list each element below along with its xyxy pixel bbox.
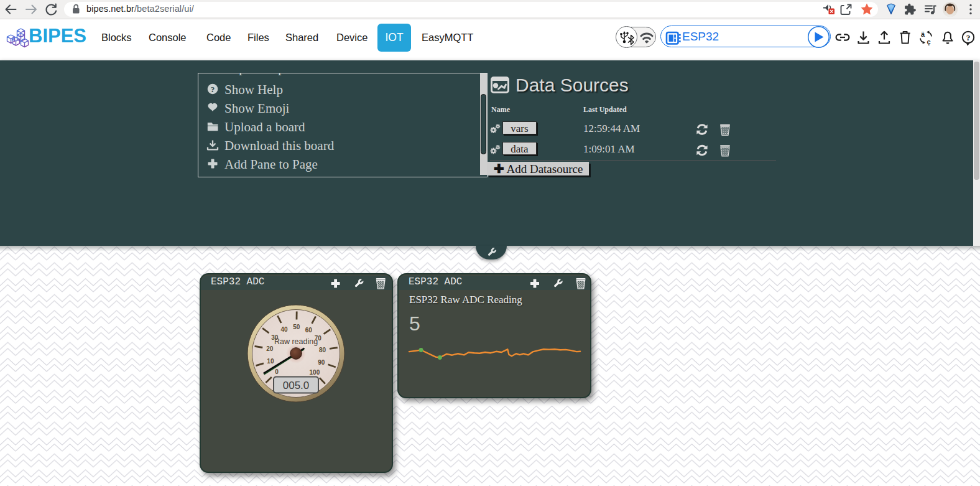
svg-text:005.0: 005.0 xyxy=(283,380,310,391)
svg-text:80: 80 xyxy=(319,347,326,353)
svg-text:20: 20 xyxy=(266,345,274,352)
svg-text:90: 90 xyxy=(318,359,325,366)
svg-text:40: 40 xyxy=(281,326,289,333)
svg-text:50: 50 xyxy=(293,324,300,330)
svg-text:100: 100 xyxy=(310,369,320,376)
svg-text:60: 60 xyxy=(305,327,313,334)
svg-text:10: 10 xyxy=(267,358,274,365)
svg-text:0: 0 xyxy=(275,368,279,375)
